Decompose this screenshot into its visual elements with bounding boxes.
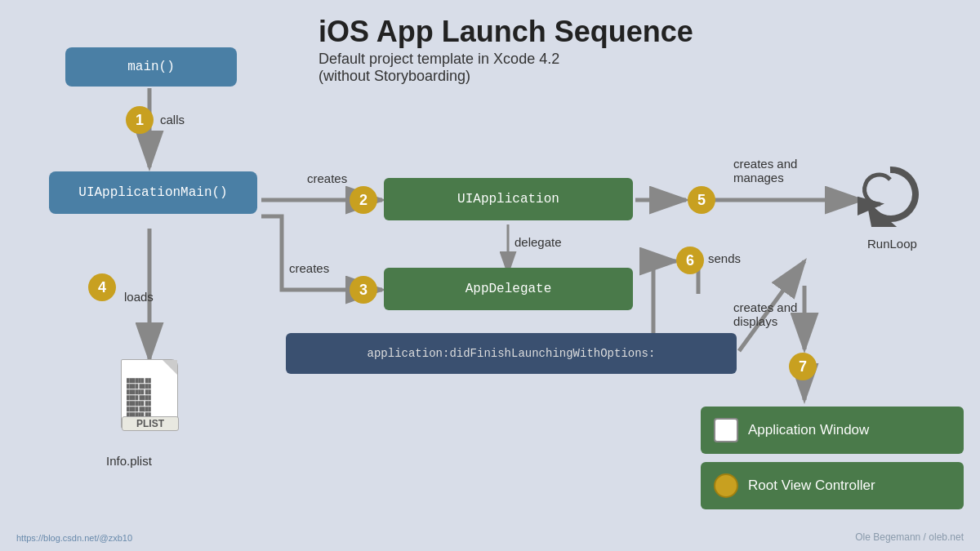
- step-1: 1: [126, 106, 154, 134]
- step-3: 3: [350, 276, 377, 304]
- box-appdidfinish: application:didFinishLaunchingWithOption…: [286, 333, 737, 374]
- box-rootvc: Root View Controller: [701, 462, 964, 509]
- box-uiappmain: UIApplicationMain(): [49, 171, 257, 214]
- label-creates-manages: creates and manages: [733, 157, 797, 184]
- step-6: 6: [676, 247, 704, 274]
- step-4: 4: [88, 273, 116, 301]
- box-uiapp: UIApplication: [384, 178, 633, 220]
- appwindow-icon: [714, 418, 738, 442]
- footer-credit: Ole Begemann / oleb.net: [855, 531, 964, 543]
- box-main: main(): [65, 47, 237, 87]
- label-delegate: delegate: [514, 235, 562, 249]
- label-creates-displays: creates and displays: [733, 300, 797, 328]
- step-2: 2: [350, 186, 377, 214]
- step-5: 5: [688, 186, 715, 214]
- page-title: iOS App Launch Sequence: [318, 15, 693, 49]
- runloop-label: RunLoop: [867, 237, 917, 251]
- label-sends: sends: [708, 251, 741, 265]
- box-appdelegate: AppDelegate: [384, 268, 633, 310]
- rootvc-icon: [714, 473, 738, 498]
- footer-url: https://blog.csdn.net/@zxb10: [16, 533, 132, 543]
- step-7: 7: [789, 353, 817, 380]
- plist-icon: ██████ ██ ████ ████ ██████ ██ ████ ████ …: [121, 359, 186, 437]
- label-calls: calls: [160, 113, 185, 127]
- plist-label-text: Info.plist: [106, 454, 152, 468]
- subtitle: Default project template in Xcode 4.2(wi…: [318, 51, 559, 85]
- label-creates3: creates: [289, 261, 329, 275]
- label-loads: loads: [124, 290, 154, 304]
- box-appwindow: Application Window: [701, 407, 964, 454]
- runloop-icon: [858, 162, 923, 227]
- label-creates2: creates: [307, 171, 347, 185]
